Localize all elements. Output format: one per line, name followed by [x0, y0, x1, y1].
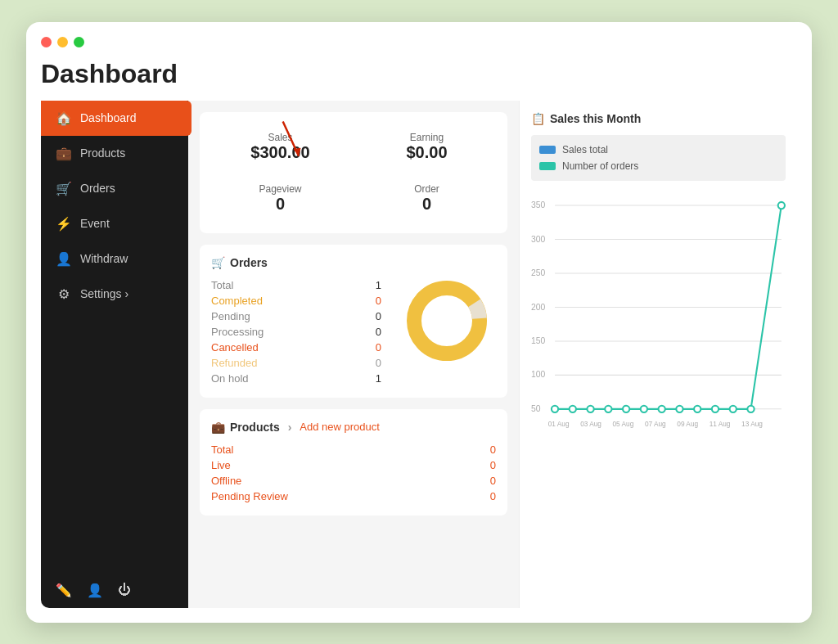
- browser-window: Dashboard 🏠 Dashboard 💼 Products 🛒 Order…: [26, 22, 812, 623]
- sidebar-item-label-products: Products: [80, 146, 125, 160]
- orders-section-icon: 🛒: [211, 256, 225, 269]
- order-label-cancelled: Cancelled: [211, 341, 259, 354]
- sidebar-item-label-settings: Settings ›: [80, 287, 128, 300]
- minimize-button[interactable]: [57, 37, 68, 47]
- dashboard-icon: 🏠: [56, 110, 72, 126]
- sidebar-item-event[interactable]: ⚡ Event: [41, 206, 188, 241]
- products-section-icon: 💼: [211, 421, 225, 434]
- product-label-pending: Pending Review: [211, 490, 288, 502]
- order-val-onhold: 1: [376, 372, 381, 385]
- legend-label-sales: Sales total: [562, 144, 608, 155]
- order-val-cancelled: 0: [376, 341, 381, 354]
- power-icon[interactable]: ⏻: [118, 583, 131, 597]
- sidebar-item-products[interactable]: 💼 Products: [41, 136, 188, 171]
- product-label-offline: Offline: [211, 475, 241, 487]
- main-content: Sales $300.00 Earning $0.00 Pageview 0: [188, 101, 519, 608]
- product-label-total: Total: [211, 444, 233, 456]
- svg-text:11 Aug: 11 Aug: [710, 419, 731, 427]
- svg-point-23: [623, 405, 629, 412]
- table-row: On hold 1: [211, 371, 381, 386]
- svg-point-24: [641, 405, 647, 412]
- stats-grid: Sales $300.00 Earning $0.00 Pageview 0: [219, 125, 488, 220]
- orders-title: 🛒 Orders: [211, 256, 381, 269]
- orders-list: 🛒 Orders Total 1 Completed 0 Pending: [211, 256, 381, 386]
- order-val-processing: 0: [376, 326, 381, 338]
- svg-point-20: [570, 405, 576, 412]
- svg-point-21: [587, 405, 593, 412]
- sidebar-item-label-dashboard: Dashboard: [80, 111, 137, 124]
- sidebar-item-withdraw[interactable]: 👤 Withdraw: [41, 241, 188, 277]
- svg-text:03 Aug: 03 Aug: [580, 419, 601, 427]
- svg-text:100: 100: [531, 370, 546, 379]
- table-row: Offline 0: [211, 473, 496, 489]
- svg-text:50: 50: [531, 403, 541, 412]
- stats-card: Sales $300.00 Earning $0.00 Pageview 0: [200, 112, 507, 233]
- sidebar-item-orders[interactable]: 🛒 Orders: [41, 171, 188, 206]
- legend-dot-orders: [539, 162, 556, 170]
- table-row: Total 0: [211, 442, 496, 457]
- sidebar-item-label-event: Event: [80, 217, 110, 230]
- table-row: Pending Review 0: [211, 489, 496, 504]
- layout: 🏠 Dashboard 💼 Products 🛒 Orders ⚡ Event …: [41, 101, 797, 608]
- legend-label-orders: Number of orders: [562, 160, 638, 172]
- chart-legend: Sales total Number of orders: [531, 135, 786, 181]
- svg-point-4: [426, 299, 468, 342]
- table-row: Refunded 0: [211, 355, 381, 371]
- stat-order: Order 0: [366, 177, 488, 220]
- order-label-processing: Processing: [211, 326, 264, 338]
- sidebar-item-settings[interactable]: ⚙ Settings ›: [41, 277, 188, 312]
- svg-point-30: [747, 405, 754, 412]
- sidebar-bottom: ✏️ 👤 ⏻: [41, 573, 188, 608]
- product-val-offline: 0: [490, 475, 496, 487]
- svg-point-28: [712, 405, 719, 412]
- order-label-completed: Completed: [211, 295, 263, 307]
- order-label-pending: Pending: [211, 310, 250, 322]
- add-new-product-link[interactable]: Add new product: [300, 421, 380, 433]
- chart-title: 📋 Sales this Month: [531, 112, 786, 125]
- svg-point-26: [676, 405, 683, 412]
- product-val-total: 0: [490, 444, 496, 456]
- table-row: Pending 0: [211, 308, 381, 324]
- products-section: 💼 Products › Add new product Total 0 Liv…: [200, 409, 507, 516]
- orders-section: 🛒 Orders Total 1 Completed 0 Pending: [200, 245, 507, 398]
- chart-icon: 📋: [531, 112, 545, 125]
- legend-item-orders: Number of orders: [539, 158, 777, 174]
- order-val-pending: 0: [376, 310, 381, 322]
- products-title-text: Products: [230, 421, 280, 434]
- order-val-refunded: 0: [376, 357, 381, 369]
- svg-point-22: [605, 405, 611, 412]
- traffic-lights: [41, 37, 797, 47]
- order-val-total: 1: [376, 279, 381, 291]
- order-val-completed: 0: [376, 295, 381, 307]
- settings-icon: ⚙: [56, 286, 72, 302]
- product-val-live: 0: [490, 459, 496, 471]
- user-icon[interactable]: 👤: [87, 583, 103, 598]
- pageview-label: Pageview: [219, 183, 341, 195]
- order-label-onhold: On hold: [211, 372, 249, 385]
- earning-label: Earning: [366, 132, 488, 143]
- edit-icon[interactable]: ✏️: [56, 583, 72, 598]
- svg-text:07 Aug: 07 Aug: [645, 419, 666, 427]
- legend-dot-sales: [539, 146, 556, 154]
- table-row: Processing 0: [211, 324, 381, 340]
- stat-pageview: Pageview 0: [219, 177, 341, 220]
- svg-text:01 Aug: 01 Aug: [548, 419, 570, 427]
- svg-text:200: 200: [531, 302, 546, 311]
- svg-point-27: [694, 405, 701, 412]
- event-icon: ⚡: [56, 216, 72, 232]
- svg-text:350: 350: [531, 200, 546, 209]
- withdraw-icon: 👤: [56, 251, 72, 267]
- svg-text:13 Aug: 13 Aug: [741, 419, 763, 427]
- close-button[interactable]: [41, 37, 52, 47]
- svg-text:300: 300: [531, 234, 546, 243]
- products-icon: 💼: [56, 146, 72, 161]
- legend-item-sales: Sales total: [539, 142, 777, 158]
- earning-value: $0.00: [366, 143, 488, 162]
- table-row: Cancelled 0: [211, 340, 381, 355]
- order-label-refunded: Refunded: [211, 357, 257, 369]
- sidebar-item-dashboard[interactable]: 🏠 Dashboard: [41, 101, 191, 136]
- maximize-button[interactable]: [74, 37, 84, 47]
- right-panel: 📋 Sales this Month Sales total Number of…: [519, 101, 797, 608]
- table-row: Total 1: [211, 277, 381, 293]
- chart-area: 350 300 250 200 150 100 50: [531, 189, 786, 451]
